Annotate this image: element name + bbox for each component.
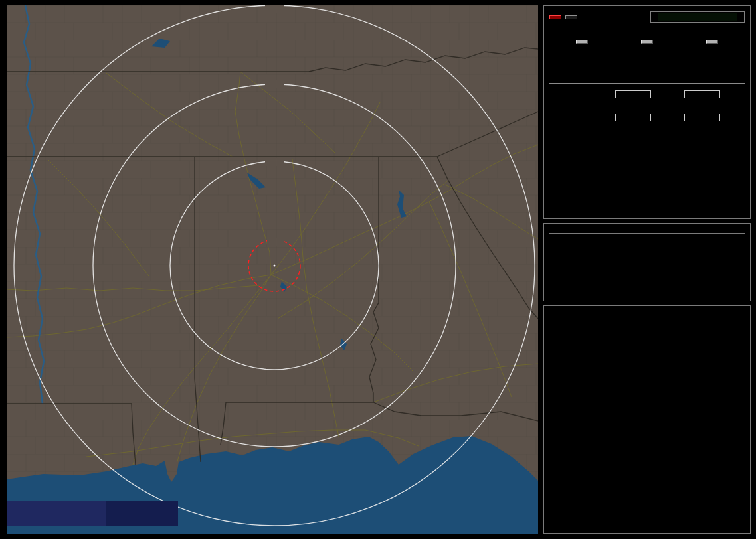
trend-panel xyxy=(543,305,751,534)
intracloud-row xyxy=(549,114,745,121)
legend-symbols xyxy=(7,501,106,526)
cg-positive-bar xyxy=(615,90,651,98)
legend-age-codes xyxy=(106,501,179,526)
close-per-min-chip[interactable] xyxy=(641,40,653,44)
statistics-panel xyxy=(543,5,751,219)
status-grid xyxy=(549,242,745,254)
ic-negative-bar xyxy=(684,114,720,121)
bearing-indicator xyxy=(650,11,745,23)
distribution-title xyxy=(549,80,745,84)
map-legend xyxy=(7,501,178,526)
cloud-ground-row xyxy=(549,90,745,98)
datetime xyxy=(549,229,745,234)
ic-positive-bar xyxy=(615,114,651,121)
trend-graph-header xyxy=(549,327,745,337)
lightning-map[interactable] xyxy=(7,5,538,534)
totals-row xyxy=(549,58,745,63)
sidebar xyxy=(543,5,751,534)
trend-chart xyxy=(549,342,745,510)
status-panel xyxy=(543,223,751,301)
strike-indicator-button[interactable] xyxy=(549,15,561,19)
noise-indicator-button[interactable] xyxy=(565,15,577,19)
signal-bar xyxy=(658,13,737,21)
station-marker xyxy=(274,265,276,267)
noises-per-min-chip[interactable] xyxy=(706,40,718,44)
rates-row xyxy=(549,35,745,48)
cg-negative-bar xyxy=(684,90,720,98)
strikes-per-min-chip[interactable] xyxy=(576,40,588,44)
uptime-stats-grid xyxy=(549,311,745,319)
